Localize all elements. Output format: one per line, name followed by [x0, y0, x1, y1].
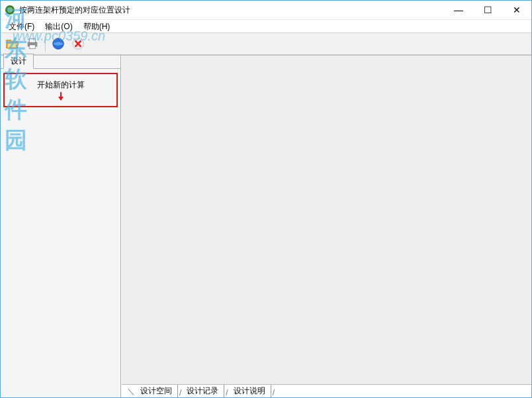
print-icon: [25, 36, 40, 51]
menubar: 文件(F) 输出(O) 帮助(H): [1, 19, 531, 32]
maximize-button[interactable]: ☐: [473, 1, 502, 19]
tab-slash-icon: /: [178, 388, 183, 397]
titlebar: 按两连架杆预定的对应位置设计 — ☐ ✕: [1, 1, 531, 19]
globe-icon: [51, 36, 66, 51]
side-panel: 设计 开始新的计算: [1, 56, 121, 397]
design-canvas[interactable]: [122, 56, 531, 384]
minimize-button[interactable]: —: [444, 1, 473, 19]
window-buttons: — ☐ ✕: [444, 1, 531, 19]
toolbar-print-button[interactable]: [23, 34, 42, 53]
close-button[interactable]: ✕: [502, 1, 531, 19]
bottom-tab-space[interactable]: 设计空间: [136, 385, 178, 397]
app-icon: [5, 5, 15, 15]
start-new-calc-button[interactable]: 开始新的计算: [3, 73, 118, 107]
arrow-down-icon: [58, 92, 64, 101]
bottom-tabstrip: ＼ 设计空间 / 设计记录 / 设计说明 /: [122, 384, 531, 397]
side-tabstrip: 设计: [1, 56, 120, 69]
toolbar-separator: [45, 36, 46, 52]
app-window: 按两连架杆预定的对应位置设计 — ☐ ✕ 文件(F) 输出(O) 帮助(H): [0, 0, 532, 398]
toolbar: [1, 32, 531, 55]
menu-output[interactable]: 输出(O): [40, 20, 77, 33]
svg-point-1: [7, 7, 13, 13]
window-title: 按两连架杆预定的对应位置设计: [19, 5, 130, 16]
tab-slash-icon: /: [271, 388, 276, 397]
svg-rect-3: [29, 39, 35, 42]
toolbar-delete-button[interactable]: [69, 34, 87, 53]
start-new-calc-label: 开始新的计算: [37, 79, 85, 91]
tab-slash-icon: /: [224, 388, 229, 397]
client-area: 设计 开始新的计算 ＼ 设计空间 / 设计记录 /: [1, 55, 531, 397]
toolbar-open-button[interactable]: [3, 34, 22, 53]
tab-slash-icon: ＼: [126, 386, 136, 397]
maximize-icon: ☐: [484, 5, 492, 15]
folder-open-icon: [5, 36, 20, 51]
menu-help[interactable]: 帮助(H): [78, 20, 116, 33]
main-panel: ＼ 设计空间 / 设计记录 / 设计说明 /: [121, 56, 531, 397]
side-tab-design[interactable]: 设计: [3, 54, 34, 69]
side-panel-body: 开始新的计算: [1, 69, 120, 397]
close-icon: ✕: [513, 5, 521, 15]
minimize-icon: —: [454, 5, 463, 15]
cancel-circle-icon: [71, 36, 85, 51]
svg-point-5: [36, 42, 37, 44]
toolbar-web-button[interactable]: [49, 34, 67, 53]
bottom-tab-desc[interactable]: 设计说明: [230, 385, 271, 397]
svg-rect-4: [29, 45, 35, 49]
menu-file[interactable]: 文件(F): [3, 20, 40, 33]
bottom-tab-log[interactable]: 设计记录: [183, 385, 224, 397]
